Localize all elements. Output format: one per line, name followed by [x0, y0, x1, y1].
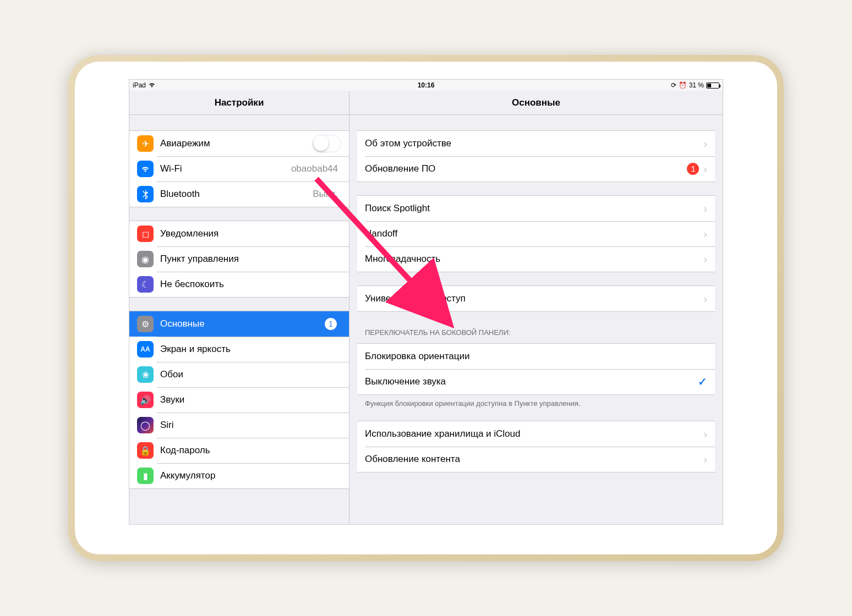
- sidebar-item-display[interactable]: AA Экран и яркость: [129, 337, 349, 362]
- detail-lock-rotation[interactable]: Блокировка ориентации: [357, 344, 715, 369]
- sidebar-item-dnd[interactable]: ☾ Не беспокоить: [129, 272, 349, 297]
- sidebar-item-sounds[interactable]: 🔊 Звуки: [129, 387, 349, 413]
- display-icon: AA: [137, 341, 154, 358]
- status-bar: iPad 10:16 ⟳ ⏰ 31 %: [129, 80, 723, 91]
- control-center-icon: ◉: [137, 251, 154, 267]
- orientation-lock-icon: ⟳: [671, 81, 676, 89]
- wifi-icon: [148, 81, 156, 90]
- detail-background-refresh[interactable]: Обновление контента ›: [357, 447, 715, 472]
- detail-handoff[interactable]: Handoff ›: [357, 221, 715, 246]
- speaker-icon: 🔊: [137, 392, 154, 408]
- lock-icon: 🔒: [137, 442, 154, 459]
- detail-accessibility[interactable]: Универсальный доступ ›: [357, 286, 715, 311]
- gear-icon: ⚙: [137, 316, 154, 332]
- battery-icon: [706, 82, 719, 89]
- device-label: iPad: [133, 81, 146, 89]
- clock: 10:16: [418, 81, 435, 89]
- chevron-right-icon: ›: [703, 202, 707, 215]
- sidebar-item-passcode[interactable]: 🔒 Код-пароль: [129, 438, 349, 463]
- sidebar-item-wallpaper[interactable]: ❀ Обои: [129, 362, 349, 387]
- chevron-right-icon: ›: [703, 253, 707, 266]
- settings-sidebar[interactable]: ✈ Авиарежим Wi-Fi obaobab44: [129, 115, 349, 524]
- chevron-right-icon: ›: [703, 228, 707, 240]
- detail-multitasking[interactable]: Многозадачность ›: [357, 246, 715, 272]
- chevron-right-icon: ›: [703, 293, 707, 305]
- detail-storage-icloud[interactable]: Использование хранилища и iCloud ›: [357, 421, 715, 447]
- wifi-settings-icon: [137, 161, 154, 177]
- airplane-icon: ✈: [137, 135, 154, 152]
- side-switch-footer: Функция блокировки ориентации доступна в…: [357, 395, 715, 408]
- chevron-right-icon: ›: [703, 428, 707, 441]
- battery-settings-icon: ▮: [137, 468, 154, 484]
- sidebar-title: Настройки: [129, 91, 349, 114]
- detail-software-update[interactable]: Обновление ПО 1 ›: [357, 156, 715, 182]
- sidebar-item-general[interactable]: ⚙ Основные 1: [129, 311, 349, 337]
- battery-percent: 31 %: [689, 81, 704, 89]
- alarm-icon: ⏰: [679, 81, 687, 89]
- update-badge: 1: [687, 163, 699, 175]
- airplane-toggle[interactable]: [313, 135, 341, 152]
- siri-icon: ◯: [137, 417, 154, 433]
- checkmark-icon: ✓: [698, 375, 707, 388]
- sidebar-item-siri[interactable]: ◯ Siri: [129, 413, 349, 438]
- detail-about[interactable]: Об этом устройстве ›: [357, 131, 715, 156]
- chevron-right-icon: ›: [703, 138, 707, 150]
- general-badge: 1: [325, 318, 337, 330]
- ipad-frame: iPad 10:16 ⟳ ⏰ 31 % Настройки Основные: [68, 55, 784, 561]
- detail-mute[interactable]: Выключение звука ✓: [357, 369, 715, 394]
- notifications-icon: ◻: [137, 226, 154, 242]
- sidebar-item-battery[interactable]: ▮ Аккумулятор: [129, 463, 349, 488]
- chevron-right-icon: ›: [703, 453, 707, 466]
- bluetooth-icon: [137, 186, 154, 202]
- screen: iPad 10:16 ⟳ ⏰ 31 % Настройки Основные: [129, 79, 723, 525]
- detail-title: Основные: [349, 91, 723, 114]
- sidebar-item-airplane[interactable]: ✈ Авиарежим: [129, 131, 349, 156]
- detail-spotlight[interactable]: Поиск Spotlight ›: [357, 196, 715, 221]
- general-detail[interactable]: Об этом устройстве › Обновление ПО 1 › П…: [349, 115, 723, 524]
- sidebar-item-bluetooth[interactable]: Bluetooth Выкл.: [129, 182, 349, 207]
- wallpaper-icon: ❀: [137, 366, 154, 383]
- sidebar-item-control-center[interactable]: ◉ Пункт управления: [129, 246, 349, 272]
- chevron-right-icon: ›: [703, 163, 707, 175]
- side-switch-header: ПЕРЕКЛЮЧАТЕЛЬ НА БОКОВОЙ ПАНЕЛИ:: [357, 325, 715, 340]
- sidebar-item-notifications[interactable]: ◻ Уведомления: [129, 221, 349, 246]
- sidebar-item-wifi[interactable]: Wi-Fi obaobab44: [129, 156, 349, 182]
- moon-icon: ☾: [137, 276, 154, 293]
